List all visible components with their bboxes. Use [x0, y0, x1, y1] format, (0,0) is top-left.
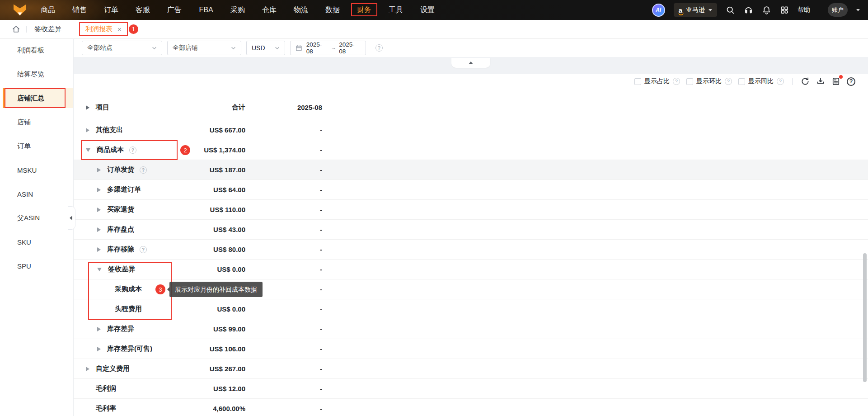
row-month-value: -	[245, 186, 322, 194]
table-row[interactable]: 订单发货 US$ 187.00 -	[74, 160, 868, 180]
display-option-2[interactable]: 显示同比	[738, 77, 784, 85]
close-icon[interactable]: ×	[117, 25, 122, 33]
sidebar-item-利润看板[interactable]: 利润看板	[0, 40, 73, 60]
date-start: 2025-08	[306, 41, 328, 55]
table-row[interactable]: 自定义费用 US$ 267.00 -	[74, 359, 868, 379]
table-row[interactable]: 签收差异 US$ 0.00 -	[74, 260, 868, 279]
tooltip-arrow-icon	[167, 287, 169, 292]
sidebar-item-label: SKU	[17, 238, 31, 246]
row-total-value: US$ 106.00	[74, 345, 245, 353]
topnav-item-label: 数据	[325, 5, 340, 15]
calendar-icon	[295, 44, 303, 52]
topnav-item-订单[interactable]: 订单	[95, 0, 127, 20]
apps-grid-icon[interactable]	[780, 5, 789, 14]
sidebar-item-父ASIN[interactable]: 父ASIN	[0, 208, 73, 228]
sidebar-item-label: 利润看板	[17, 46, 44, 55]
topnav-item-广告[interactable]: 广告	[159, 0, 190, 20]
topnav-item-客服[interactable]: 客服	[127, 0, 159, 20]
topnav-item-仓库[interactable]: 仓库	[253, 0, 285, 20]
tab-profit-report[interactable]: 利润报表 ×	[80, 22, 127, 37]
help-icon[interactable]	[777, 78, 784, 85]
sidebar-item-店铺汇总[interactable]: 店铺汇总	[0, 88, 73, 108]
breadcrumb[interactable]: 签收差异	[34, 25, 61, 33]
display-option-0[interactable]: 显示占比	[634, 77, 680, 85]
help-icon[interactable]	[673, 78, 680, 85]
row-month-value: -	[245, 126, 322, 134]
site-select[interactable]: 全部站点	[82, 41, 162, 55]
sidebar-item-label: ASIN	[17, 190, 33, 198]
ai-assistant-button[interactable]: AI	[652, 4, 665, 17]
topnav-item-商品[interactable]: 商品	[32, 0, 64, 20]
chevron-left-icon	[70, 216, 72, 220]
table-row[interactable]: 库存盘点 US$ 43.00 -	[74, 220, 868, 240]
sidebar-item-MSKU[interactable]: MSKU	[0, 160, 73, 180]
marketplace-selector[interactable]: a 亚马逊	[674, 3, 717, 17]
sidebar-item-ASIN[interactable]: ASIN	[0, 184, 73, 204]
topnav-item-物流[interactable]: 物流	[285, 0, 317, 20]
sidebar-item-SPU[interactable]: SPU	[0, 256, 73, 276]
table-row[interactable]: 库存差异(可售) US$ 106.00 -	[74, 339, 868, 359]
row-month-value: -	[245, 206, 322, 213]
row-month-value: -	[245, 246, 322, 253]
topnav-item-工具[interactable]: 工具	[380, 0, 412, 20]
topnav-item-设置[interactable]: 设置	[412, 0, 443, 20]
date-range-picker[interactable]: 2025-08 ~ 2025-08	[290, 41, 366, 55]
sidebar-item-结算尽览[interactable]: 结算尽览	[0, 64, 73, 84]
currency-select[interactable]: USD	[246, 41, 285, 55]
amazon-icon: a	[679, 7, 682, 14]
sidebar-item-label: 店铺	[17, 118, 31, 127]
app-logo-icon[interactable]	[13, 3, 27, 17]
topnav-item-财务[interactable]: 财务	[348, 0, 380, 20]
table-row[interactable]: 采购成本 - 3展示对应月份的补回成本数据	[74, 279, 868, 299]
home-icon[interactable]	[12, 25, 20, 33]
support-headset-icon[interactable]	[744, 5, 753, 15]
divider	[819, 6, 819, 14]
table-row[interactable]: 毛利率 4,600.00% -	[74, 399, 868, 416]
search-icon[interactable]	[726, 5, 735, 15]
topnav-item-数据[interactable]: 数据	[317, 0, 348, 20]
vertical-scrollbar[interactable]	[863, 253, 867, 382]
date-help-icon[interactable]	[375, 44, 383, 52]
table-row[interactable]: 商品成本 US$ 1,374.00 - 2	[74, 140, 868, 160]
sidebar-item-label: 父ASIN	[17, 214, 40, 222]
header-total: 合计	[74, 103, 245, 112]
help-icon[interactable]	[725, 78, 732, 85]
row-total-value: US$ 1,374.00	[74, 146, 245, 154]
display-option-1[interactable]: 显示环比	[686, 77, 732, 85]
collapse-panel-button[interactable]	[451, 58, 490, 68]
checkbox-label: 显示环比	[696, 77, 722, 85]
table-toolbar: 显示占比 显示环比 显示同比	[74, 74, 855, 89]
topnav-item-FBA[interactable]: FBA	[190, 0, 222, 20]
sidebar-item-订单[interactable]: 订单	[0, 136, 73, 156]
sidebar-collapse-button[interactable]	[68, 206, 75, 230]
download-icon[interactable]	[816, 77, 825, 86]
table-row[interactable]: 买家退货 US$ 110.00 -	[74, 200, 868, 220]
shop-select[interactable]: 全部店铺	[167, 41, 241, 55]
refresh-icon[interactable]	[801, 77, 810, 86]
table-header-row: 项目 合计 2025-08	[74, 95, 868, 120]
topnav-item-采购[interactable]: 采购	[222, 0, 253, 20]
account-button[interactable]: 账户	[828, 3, 848, 17]
notifications-bell-icon[interactable]	[762, 5, 771, 15]
table-row[interactable]: 库存差异 US$ 99.00 -	[74, 319, 868, 339]
date-end: 2025-08	[339, 41, 361, 55]
table-help-icon[interactable]	[847, 77, 855, 86]
sidebar-item-店铺[interactable]: 店铺	[0, 112, 73, 132]
account-caret-down-icon[interactable]	[856, 9, 860, 13]
checkbox[interactable]	[686, 78, 693, 85]
table-row[interactable]: 多渠道订单 US$ 64.00 -	[74, 180, 868, 200]
topnav-item-label: 广告	[167, 5, 182, 15]
export-report-icon[interactable]	[831, 77, 840, 86]
topnav-item-销售[interactable]: 销售	[64, 0, 95, 20]
content-area: 全部站点 全部店铺 USD 2025-08 ~ 2025-08	[74, 39, 868, 416]
sidebar-item-label: SPU	[17, 262, 31, 270]
checkbox[interactable]	[634, 78, 641, 85]
table-row[interactable]: 毛利润 US$ 12.00 -	[74, 379, 868, 399]
table-row[interactable]: 库存移除 US$ 80.00 -	[74, 240, 868, 260]
checkbox[interactable]	[738, 78, 745, 85]
filter-bar: 全部站点 全部店铺 USD 2025-08 ~ 2025-08	[74, 39, 868, 57]
table-row[interactable]: 其他支出 US$ 667.00 -	[74, 120, 868, 140]
sidebar-item-SKU[interactable]: SKU	[0, 232, 73, 252]
table-row[interactable]: 头程费用 US$ 0.00 -	[74, 299, 868, 319]
help-link[interactable]: 帮助	[798, 6, 810, 14]
